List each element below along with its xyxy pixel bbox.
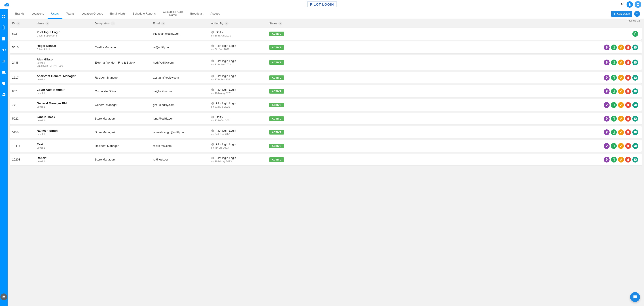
action-edit-button[interactable] <box>618 129 624 135</box>
action-edit-button[interactable] <box>618 45 624 50</box>
action-loc-button[interactable] <box>604 75 610 81</box>
add-user-button[interactable]: +ADD USER <box>611 11 632 17</box>
action-mail-button[interactable] <box>632 143 638 149</box>
action-clip-button[interactable] <box>611 129 617 135</box>
action-clip-button[interactable] <box>611 116 617 122</box>
nav-board-icon[interactable] <box>1 36 6 41</box>
cell-status: ACTIVE <box>269 144 318 148</box>
filter-designation[interactable] <box>111 22 115 26</box>
nav-laptop-icon[interactable] <box>1 70 6 75</box>
action-loc-button[interactable] <box>604 129 610 135</box>
profile-button[interactable] <box>634 1 641 8</box>
user-name: Robert <box>37 156 95 160</box>
action-mail-button[interactable] <box>632 88 638 94</box>
action-clip-button[interactable] <box>611 157 617 163</box>
location-icon <box>605 61 608 64</box>
tab-broadcast[interactable]: Broadcast <box>187 9 207 19</box>
tab-brands[interactable]: Brands <box>12 9 28 19</box>
cell-id: 5150 <box>12 131 37 134</box>
user-role: Level 1 <box>37 92 95 95</box>
action-del-button[interactable] <box>625 116 631 122</box>
action-clip-button[interactable] <box>632 31 638 37</box>
user-name: General Manager RM <box>37 102 95 105</box>
nav-shield-icon[interactable] <box>1 81 6 86</box>
nav-dashboard-icon[interactable] <box>1 14 6 19</box>
added-on-date: on 21st Jul 2020 <box>211 105 269 108</box>
tab-teams[interactable]: Teams <box>62 9 78 19</box>
cell-added-by: Pilot login Login on 4th Jul 2023 <box>211 143 269 149</box>
action-mail-button[interactable] <box>632 60 638 65</box>
col-id: ID <box>12 22 37 26</box>
filter-name[interactable] <box>46 22 50 26</box>
cell-actions <box>318 157 640 163</box>
table-header: ID Name Designation Email Added By Statu… <box>10 19 642 28</box>
clipboard-icon <box>612 117 616 120</box>
cell-actions <box>318 129 640 135</box>
action-clip-button[interactable] <box>611 60 617 65</box>
action-mail-button[interactable] <box>632 45 638 50</box>
tab-locations[interactable]: Locations <box>28 9 48 19</box>
action-edit-button[interactable] <box>618 102 624 108</box>
download-button[interactable] <box>634 11 640 17</box>
action-del-button[interactable] <box>625 102 631 108</box>
action-mail-button[interactable] <box>632 116 638 122</box>
action-loc-button[interactable] <box>604 102 610 108</box>
action-del-button[interactable] <box>625 157 631 163</box>
filter-email[interactable] <box>161 22 165 26</box>
action-del-button[interactable] <box>625 129 631 135</box>
action-mail-button[interactable] <box>632 75 638 81</box>
action-clip-button[interactable] <box>611 143 617 149</box>
nav-broadcast-icon[interactable] <box>1 48 6 52</box>
action-del-button[interactable] <box>625 88 631 94</box>
tab-access[interactable]: Access <box>207 9 224 19</box>
action-loc-button[interactable] <box>604 45 610 50</box>
cell-email: pilotlogin@oditly.com <box>153 32 211 35</box>
filter-status[interactable] <box>278 22 282 26</box>
tab-users[interactable]: Users <box>48 9 62 19</box>
action-del-button[interactable] <box>625 143 631 149</box>
action-clip-button[interactable] <box>611 88 617 94</box>
action-mail-button[interactable] <box>632 157 638 163</box>
filter-id[interactable] <box>16 22 20 26</box>
action-clip-button[interactable] <box>611 45 617 50</box>
info-icon <box>211 116 214 119</box>
action-edit-button[interactable] <box>618 157 624 163</box>
cell-name: Resi Level 1 <box>37 143 95 149</box>
action-edit-button[interactable] <box>618 75 624 81</box>
nav-chat-icon[interactable] <box>0 293 7 300</box>
nav-clipboard-icon[interactable] <box>1 25 6 30</box>
filter-added-by[interactable] <box>224 22 228 26</box>
cell-email: hod@oditly.com <box>153 61 211 64</box>
cell-designation: Store Manager\ <box>95 117 153 120</box>
help-chat-fab[interactable] <box>630 292 640 302</box>
action-edit-button[interactable] <box>618 60 624 65</box>
user-role: Client Admin <box>37 48 95 51</box>
cell-id: 10414 <box>12 144 37 148</box>
tab-customise-audit-name[interactable]: Customise AuditName <box>160 9 187 19</box>
nav-analytics-icon[interactable] <box>1 59 6 64</box>
action-loc-button[interactable] <box>604 116 610 122</box>
tab-schedule-reports[interactable]: Schedule Reports <box>129 9 159 19</box>
action-del-button[interactable] <box>625 60 631 65</box>
action-mail-button[interactable] <box>632 102 638 108</box>
tab-email-alerts[interactable]: Email Alerts <box>107 9 129 19</box>
action-del-button[interactable] <box>625 75 631 81</box>
tab-location-groups[interactable]: Location Groups <box>78 9 106 19</box>
added-on-date: on 18th May 2023 <box>211 160 269 163</box>
action-loc-button[interactable] <box>604 157 610 163</box>
action-clip-button[interactable] <box>611 75 617 81</box>
action-mail-button[interactable] <box>632 129 638 135</box>
documents-button[interactable] <box>626 1 633 8</box>
action-del-button[interactable] <box>625 45 631 50</box>
action-edit-button[interactable] <box>618 88 624 94</box>
added-on-date: on 11th Jan 2021 <box>211 63 269 66</box>
action-loc-button[interactable] <box>604 143 610 149</box>
nav-settings-icon[interactable] <box>1 92 6 97</box>
action-loc-button[interactable] <box>604 60 610 65</box>
action-loc-button[interactable] <box>604 88 610 94</box>
action-edit-button[interactable] <box>618 116 624 122</box>
table-row: 837 Client Admin Admin Level 1 Corporate… <box>10 85 642 97</box>
clipboard-icon <box>612 61 616 64</box>
action-edit-button[interactable] <box>618 143 624 149</box>
action-clip-button[interactable] <box>611 102 617 108</box>
